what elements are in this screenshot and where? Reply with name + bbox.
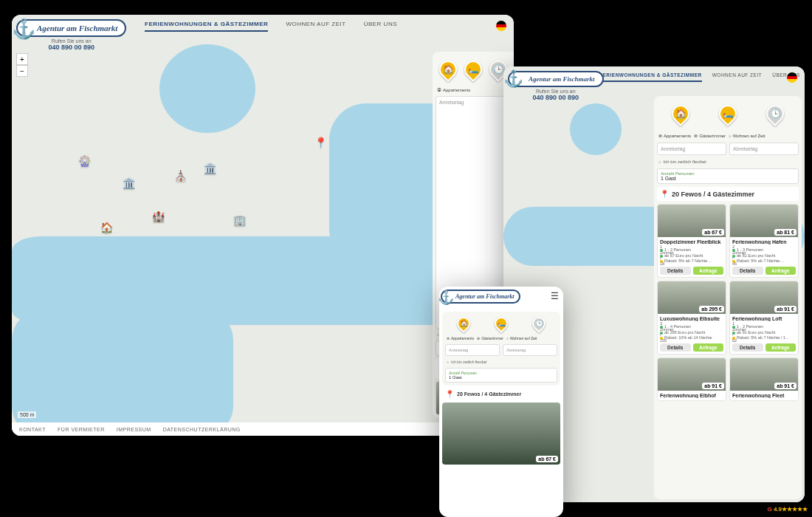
footer-nav: KONTAKT FÜR VERMIETER IMPRESSUM DATENSCH…	[12, 422, 514, 436]
radio-wohnen[interactable]: ○ Wohnen auf Zeit	[729, 133, 765, 138]
tab-wohnen-icon[interactable]: 🕒	[531, 315, 546, 332]
details-button[interactable]: Details	[660, 267, 691, 275]
mobile-frame: Agentur am Fischmarkt ☰ 🏠 🛏️ 🕒 ⊗ Apparte…	[439, 287, 563, 517]
details-button[interactable]: Details	[732, 267, 763, 275]
radio-wohnen[interactable]: ○ Wohnen auf Zeit	[506, 336, 537, 340]
results-heading: 20 Fewos / 4 Gästezimmer	[442, 387, 560, 401]
listing-grid: ab 67 € Doppelzimmer Fleetblick 1 Zimmer…	[657, 204, 799, 401]
language-flag-de[interactable]	[787, 72, 797, 83]
tab-gaestezimmer-icon[interactable]: 🛏️	[494, 315, 509, 332]
footer-impressum[interactable]: IMPRESSUM	[117, 427, 151, 432]
footer-vermieter[interactable]: FÜR VERMIETER	[58, 427, 105, 432]
nav-ferienwohnungen[interactable]: FERIENWOHNUNGEN & GÄSTEZIMMER	[599, 72, 702, 82]
nav-ferienwohnungen[interactable]: FERIENWOHNUNGEN & GÄSTEZIMMER	[145, 21, 268, 32]
top-nav: FERIENWOHNUNGEN & GÄSTEZIMMER WOHNEN AUF…	[145, 21, 397, 32]
google-rating: G 4.9★★★★★	[767, 506, 808, 513]
flexible-checkbox[interactable]: ○ Ich bin zeitlich flexibel	[445, 358, 557, 366]
desktop-frame: 🎡 🏛️ ⛪ 🏛️ 🏢 🏰 🏠 📍 Agentur am Fischmarkt …	[12, 15, 514, 436]
guests-field[interactable]: Anzahl Personen 1 Gast	[445, 368, 557, 383]
tab-gaestezimmer-icon[interactable]: 🛏️	[718, 102, 738, 126]
listing-card[interactable]: ab 91 €Ferienwohnung Elbhof	[657, 357, 726, 401]
logo[interactable]: Agentur am Fischmarkt Rufen Sie uns an 0…	[508, 71, 604, 101]
radio-appartements[interactable]: ⊗ Appartements	[658, 133, 691, 138]
tab-gaestezimmer-icon[interactable]: 🛏️	[463, 58, 484, 81]
zoom-in-button[interactable]: +	[16, 53, 28, 65]
tablet-sidebar: 🏠 🛏️ 🕒 ⊗ Appartements ⊗ Gästezimmer ○ Wo…	[654, 96, 802, 499]
flexible-checkbox[interactable]: ○ Ich bin zeitlich flexibel	[657, 158, 799, 165]
mobile-filter-panel: 🏠 🛏️ 🕒 ⊗ Appartements ⊗ Gästezimmer ○ Wo…	[442, 312, 560, 386]
tab-appartements-icon[interactable]: 🏠	[438, 58, 458, 81]
footer-datenschutz[interactable]: DATENSCHUTZERKLÄRUNG	[163, 427, 241, 432]
zoom-controls: + −	[16, 53, 28, 77]
tab-wohnen-icon[interactable]: 🕒	[765, 102, 785, 126]
date-in-field[interactable]: Anreisetag	[445, 344, 500, 356]
brand-name: Agentur am Fischmarkt	[16, 19, 126, 37]
phone-number: 040 890 00 890	[16, 44, 126, 51]
listing-card[interactable]: ab 81 € Ferienwohnung Hafen 2 Zimmer / 4…	[729, 204, 799, 278]
guests-field[interactable]: Anzahl Personen 1 Gast	[657, 168, 799, 184]
anfrage-button[interactable]: Anfrage	[765, 343, 796, 352]
date-out-field[interactable]: Abreisetag	[503, 344, 557, 356]
logo[interactable]: Agentur am Fischmarkt	[441, 288, 520, 304]
results-heading: 20 Fewos / 4 Gästezimmer	[657, 187, 799, 201]
listing-card[interactable]: ab 91 € Ferienwohnung Loft 1 Zimmer / 62…	[729, 281, 799, 355]
top-nav: FERIENWOHNUNGEN & GÄSTEZIMMER WOHNEN AUF…	[599, 72, 800, 82]
language-flag-de[interactable]	[496, 21, 506, 31]
tab-appartements-icon[interactable]: 🏠	[670, 102, 691, 126]
map-scale: 500 m	[18, 411, 36, 418]
nav-wohnen-auf-zeit[interactable]: WOHNEN AUF ZEIT	[712, 72, 762, 82]
listing-card[interactable]: ab 91 €Ferienwohnung Fleet	[729, 357, 799, 401]
menu-icon[interactable]: ☰	[551, 291, 559, 301]
footer-kontakt[interactable]: KONTAKT	[19, 427, 46, 432]
details-button[interactable]: Details	[660, 343, 691, 352]
tab-appartements-icon[interactable]: 🏠	[456, 315, 471, 332]
date-out-field[interactable]: Abreisetag	[729, 143, 799, 155]
filter-radios: ⊗ Appartements ⊗ Gästezimmer ○ Wohnen au…	[657, 131, 799, 140]
nav-wohnen-auf-zeit[interactable]: WOHNEN AUF ZEIT	[286, 21, 345, 32]
anfrage-button[interactable]: Anfrage	[693, 343, 724, 352]
radio-gaestezimmer[interactable]: ⊗ Gästezimmer	[477, 336, 503, 340]
radio-appartements[interactable]: ⊗ Appartements	[447, 336, 474, 340]
listing-card[interactable]: ab 67 € Doppelzimmer Fleetblick 1 Zimmer…	[657, 204, 726, 278]
anfrage-button[interactable]: Anfrage	[693, 267, 724, 275]
listing-card[interactable]: ab 67 €	[442, 403, 560, 465]
listing-card[interactable]: ab 295 € Luxuswohnung Elbsuite 3 Zimmer …	[657, 281, 726, 355]
nav-ueber-uns[interactable]: ÜBER UNS	[364, 21, 397, 32]
date-in-field[interactable]: Anreisetag	[657, 143, 726, 155]
zoom-out-button[interactable]: −	[16, 65, 28, 77]
radio-gaestezimmer[interactable]: ⊗ Gästezimmer	[694, 133, 726, 138]
anfrage-button[interactable]: Anfrage	[765, 267, 796, 275]
details-button[interactable]: Details	[732, 343, 763, 352]
logo[interactable]: Agentur am Fischmarkt Rufen Sie uns an 0…	[16, 19, 126, 51]
radio-appartements[interactable]: ⦿ Appartements	[437, 88, 470, 92]
